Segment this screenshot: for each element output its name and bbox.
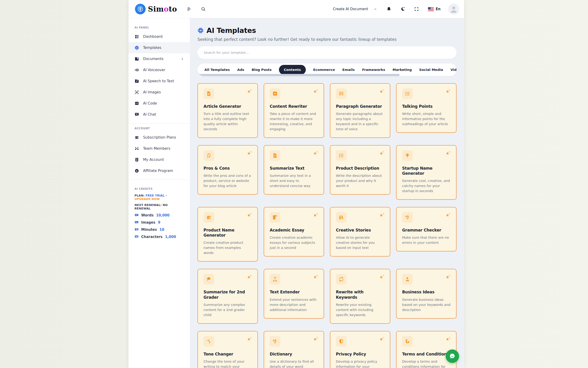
sidebar-item-templates[interactable]: AITemplates xyxy=(129,42,190,53)
fullscreen-button[interactable] xyxy=(413,6,420,12)
card-title: Text Extender xyxy=(270,289,318,294)
thought-cloud-icon xyxy=(206,276,211,282)
chat-icon xyxy=(134,112,139,117)
sidebar-item-dashboard[interactable]: Dashboard xyxy=(129,31,190,42)
template-card-rewrite-with-keywords[interactable]: Rewrite with KeywordsRewrite your existi… xyxy=(330,269,390,323)
card-title: Content Rewriter xyxy=(270,104,318,109)
card-title: Summarize for 2nd Grader xyxy=(203,289,252,300)
template-card-article-generator[interactable]: Article GeneratorTurn a title and outlin… xyxy=(197,83,258,138)
sidebar-item-affiliate-program[interactable]: $Affiliate Program xyxy=(129,165,190,176)
sparkle-star-icon[interactable] xyxy=(445,274,451,280)
sparkle-star-icon[interactable] xyxy=(378,150,385,156)
sparkle-star-icon[interactable] xyxy=(445,336,451,342)
card-icon-tile xyxy=(336,274,347,285)
template-search-input[interactable] xyxy=(197,46,456,59)
sidebar-item-ai-images[interactable]: AI Images xyxy=(129,87,190,98)
template-card-product-description[interactable]: Product DescriptionWrite the description… xyxy=(330,145,390,195)
card-title: Dictionary xyxy=(270,351,318,357)
hamburger-icon xyxy=(187,7,192,12)
ai-credits-panel: AI CREDITSPLAN: FREE TRIAL - UPGRADE NOW… xyxy=(129,183,190,239)
tab-social-media[interactable]: Social Media xyxy=(419,68,443,72)
sidebar-item-ai-chat[interactable]: AI Chat xyxy=(129,109,190,120)
tab-frameworks[interactable]: Frameworks xyxy=(362,68,385,72)
sidebar-item-ai-code[interactable]: AI Code xyxy=(129,98,190,109)
upgrade-now-link[interactable]: UPGRADE NOW xyxy=(134,197,160,201)
card-icon-tile xyxy=(402,88,413,99)
sidebar-item-my-account[interactable]: My Account xyxy=(129,154,190,165)
template-card-paragraph-generator[interactable]: Paragraph GeneratorGenerate paragraphs a… xyxy=(330,83,390,138)
sparkle-star-icon[interactable] xyxy=(312,150,319,156)
sidebar-item-subscription-plans[interactable]: Subscription Plans xyxy=(129,132,190,143)
tab-blog-posts[interactable]: Blog Posts xyxy=(252,68,272,72)
template-card-privacy-policy[interactable]: Privacy PolicyDevelop a privacy policy i… xyxy=(330,331,390,368)
search-button[interactable] xyxy=(200,6,207,12)
sparkle-star-icon[interactable] xyxy=(246,274,253,280)
sparkle-star-icon[interactable] xyxy=(312,336,319,342)
template-card-business-ideas[interactable]: Business IdeasGenerate business ideas ba… xyxy=(396,269,456,318)
sparkle-star-icon[interactable] xyxy=(312,274,319,280)
tab-ecommerce[interactable]: Ecommerce xyxy=(313,68,335,72)
template-card-summarize-for-2nd-grader[interactable]: Summarize for 2nd GraderSummarize any co… xyxy=(197,269,258,323)
sparkle-star-icon[interactable] xyxy=(246,88,253,94)
template-card-tone-changer[interactable]: Tone ChangerChange the tone of your writ… xyxy=(197,331,258,368)
template-card-talking-points[interactable]: Talking PointsWrite short, simple and in… xyxy=(396,83,456,133)
sparkle-star-icon[interactable] xyxy=(378,212,385,218)
card-icon-tile xyxy=(270,212,280,223)
dark-mode-button[interactable] xyxy=(399,6,406,12)
live-chat-button[interactable] xyxy=(446,350,459,363)
sidebar-item-team-members[interactable]: Team Members xyxy=(129,143,190,154)
sparkle-star-icon[interactable] xyxy=(378,274,385,280)
template-card-terms-and-conditions[interactable]: Terms and ConditionsDevelop a terms and … xyxy=(396,331,456,368)
card-title: Talking Points xyxy=(402,104,450,109)
tabs-horizontal-scrollbar[interactable] xyxy=(197,74,400,76)
template-card-academic-essay[interactable]: Academic EssayCreate creative academic e… xyxy=(264,207,324,257)
logo[interactable]: Simoto xyxy=(135,4,177,14)
refresh-icon xyxy=(338,276,344,282)
tab-contents[interactable]: Contents xyxy=(279,65,306,75)
sparkle-star-icon[interactable] xyxy=(378,336,385,342)
create-ai-document-button[interactable]: Create AI Document xyxy=(332,7,378,11)
user-avatar[interactable] xyxy=(449,4,459,14)
template-card-dictionary[interactable]: ABDictionaryUse a dictionary to find all… xyxy=(264,331,324,368)
template-card-grammar-checker[interactable]: ABGrammar CheckerMake sure that there ar… xyxy=(396,207,456,251)
tab-videos[interactable]: Videos xyxy=(450,68,456,72)
sparkle-star-icon[interactable] xyxy=(246,150,253,156)
template-card-pros-cons[interactable]: Pros & ConsWrite the pros and cons of a … xyxy=(197,145,258,195)
template-card-startup-name-generator[interactable]: Startup Name GeneratorGenerate cool, cre… xyxy=(396,145,456,200)
tab-emails[interactable]: Emails xyxy=(342,68,355,72)
sidebar-item-label: Dashboard xyxy=(143,35,163,39)
menu-button[interactable] xyxy=(186,6,193,12)
sidebar-item-documents[interactable]: Documents xyxy=(129,53,190,64)
sparkle-star-icon[interactable] xyxy=(312,212,319,218)
language-selector[interactable]: En xyxy=(427,7,442,11)
ab-check-icon: AB xyxy=(272,339,278,344)
sparkle-star-icon[interactable] xyxy=(312,88,319,94)
shield-check-icon xyxy=(405,339,410,344)
lightbulb-icon xyxy=(405,153,410,158)
sidebar-item-label: Subscription Plans xyxy=(143,135,176,139)
chevron-up-icon xyxy=(374,7,377,11)
svg-text:$: $ xyxy=(136,170,138,172)
template-card-text-extender[interactable]: Text ExtenderExtend your sentences with … xyxy=(264,269,324,318)
sidebar-item-ai-voiceover[interactable]: AI Voiceover xyxy=(129,64,190,75)
template-card-summarize-text[interactable]: Summarize TextSummarize any text in a sh… xyxy=(264,145,324,195)
sparkle-star-icon[interactable] xyxy=(246,336,253,342)
notifications-button[interactable] xyxy=(386,6,392,12)
credit-label: Words xyxy=(141,213,153,217)
sparkle-star-icon[interactable] xyxy=(445,150,451,156)
tab-all-templates[interactable]: All Templates xyxy=(204,68,230,72)
speech-to-text-icon xyxy=(134,79,139,83)
sparkle-star-icon[interactable] xyxy=(445,88,451,94)
tab-marketing[interactable]: Marketing xyxy=(393,68,412,72)
tab-ads[interactable]: Ads xyxy=(237,68,244,72)
sidebar-item-label: AI Voiceover xyxy=(143,68,165,72)
sparkle-star-icon[interactable] xyxy=(378,88,385,94)
template-card-product-name-generator[interactable]: Product Name GeneratorCreate creative pr… xyxy=(197,207,258,262)
sidebar-item-ai-speech-to-text[interactable]: AI Speech to Text xyxy=(129,75,190,87)
template-card-content-rewriter[interactable]: Content RewriterTake a piece of content … xyxy=(264,83,324,138)
sidebar-divider xyxy=(129,180,190,180)
sparkle-star-icon[interactable] xyxy=(246,212,253,218)
sparkle-star-icon[interactable] xyxy=(445,212,451,218)
sidebar-section-label: AI PANEL xyxy=(129,26,190,29)
template-card-creative-stories[interactable]: Creative StoriesAllow AI to generate cre… xyxy=(330,207,390,257)
